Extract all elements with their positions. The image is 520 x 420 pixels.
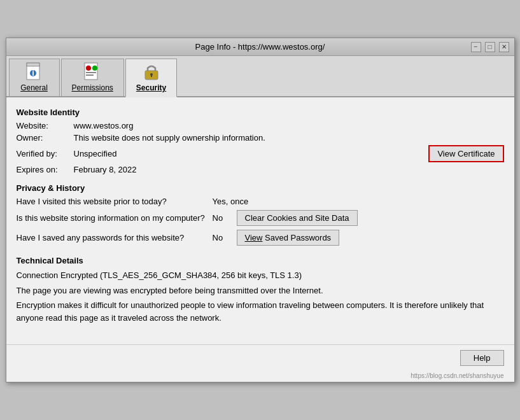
help-button[interactable]: Help — [460, 350, 504, 366]
owner-label: Owner: — [17, 133, 74, 143]
tab-general-label: General — [20, 83, 48, 92]
window-title: Page Info - https://www.westos.org/ — [50, 42, 471, 52]
svg-rect-4 — [85, 63, 97, 80]
verified-value: Unspecified — [74, 149, 117, 158]
clear-cookies-button[interactable]: Clear Cookies and Site Data — [237, 210, 358, 226]
technical-details-section: Technical Details Connection Encrypted (… — [17, 256, 504, 324]
saved-passwords-suffix: Saved Passwords — [262, 233, 331, 242]
privacy-a3: No — [213, 233, 232, 242]
technical-details-title: Technical Details — [17, 256, 504, 265]
view-saved-passwords-button[interactable]: View Saved Passwords — [237, 230, 340, 246]
svg-point-5 — [86, 66, 91, 71]
view-certificate-button[interactable]: View Certificate — [428, 145, 503, 162]
technical-line1: Connection Encrypted (TLS_AES_256_GCM_SH… — [17, 269, 504, 282]
title-bar: Page Info - https://www.westos.org/ − □ … — [6, 38, 514, 56]
security-icon — [141, 62, 162, 82]
privacy-row-1: Have I visited this website prior to tod… — [17, 197, 504, 206]
website-identity-title: Website Identity — [17, 108, 504, 117]
permissions-icon — [82, 62, 102, 82]
privacy-row-2: Is this website storing information on m… — [17, 210, 504, 226]
website-label: Website: — [17, 121, 74, 130]
technical-line3: Encryption makes it difficult for unauth… — [17, 299, 504, 324]
verified-label: Verified by: — [17, 149, 74, 158]
minimize-button[interactable]: − — [471, 42, 481, 52]
svg-rect-8 — [86, 74, 94, 76]
website-row: Website: www.westos.org — [17, 121, 504, 130]
privacy-q3: Have I saved any passwords for this webs… — [17, 233, 207, 242]
technical-line2: The page you are viewing was encrypted b… — [17, 284, 504, 297]
privacy-a1: Yes, once — [213, 197, 249, 206]
privacy-q2: Is this website storing information on m… — [17, 213, 207, 223]
privacy-a2: No — [213, 213, 232, 223]
maximize-button[interactable]: □ — [485, 42, 495, 52]
privacy-q1: Have I visited this website prior to tod… — [17, 197, 207, 206]
svg-rect-1 — [27, 63, 39, 66]
svg-rect-12 — [151, 74, 152, 77]
tab-bar: i General Permissions — [6, 56, 514, 97]
close-button[interactable]: ✕ — [499, 42, 509, 52]
tab-permissions[interactable]: Permissions — [61, 59, 124, 96]
privacy-history-section: Privacy & History Have I visited this we… — [17, 183, 504, 246]
view-prefix: View — [245, 233, 263, 242]
tab-general[interactable]: i General — [9, 59, 60, 96]
page-info-window: Page Info - https://www.westos.org/ − □ … — [6, 38, 515, 382]
general-icon: i — [24, 62, 45, 82]
svg-rect-7 — [86, 72, 96, 73]
owner-value: This website does not supply ownership i… — [74, 133, 265, 143]
footer: Help — [6, 344, 514, 371]
svg-text:i: i — [32, 68, 34, 78]
privacy-history-title: Privacy & History — [17, 183, 504, 193]
website-identity-section: Website Identity Website: www.westos.org… — [17, 108, 504, 174]
tab-permissions-label: Permissions — [72, 83, 113, 92]
expires-value: February 8, 2022 — [74, 165, 137, 174]
svg-point-6 — [92, 66, 97, 71]
verified-left: Verified by: Unspecified — [17, 149, 117, 158]
website-value: www.westos.org — [74, 121, 134, 130]
tab-security[interactable]: Security — [125, 59, 177, 97]
window-controls: − □ ✕ — [471, 42, 509, 52]
privacy-row-3: Have I saved any passwords for this webs… — [17, 230, 504, 246]
expires-row: Expires on: February 8, 2022 — [17, 165, 504, 174]
tab-security-label: Security — [136, 83, 166, 92]
watermark: https://blog.csdn.net/shanshuyue — [6, 371, 514, 382]
owner-row: Owner: This website does not supply owne… — [17, 133, 504, 143]
verified-row: Verified by: Unspecified View Certificat… — [17, 145, 504, 162]
expires-label: Expires on: — [17, 165, 74, 174]
content-area: Website Identity Website: www.westos.org… — [6, 97, 514, 344]
